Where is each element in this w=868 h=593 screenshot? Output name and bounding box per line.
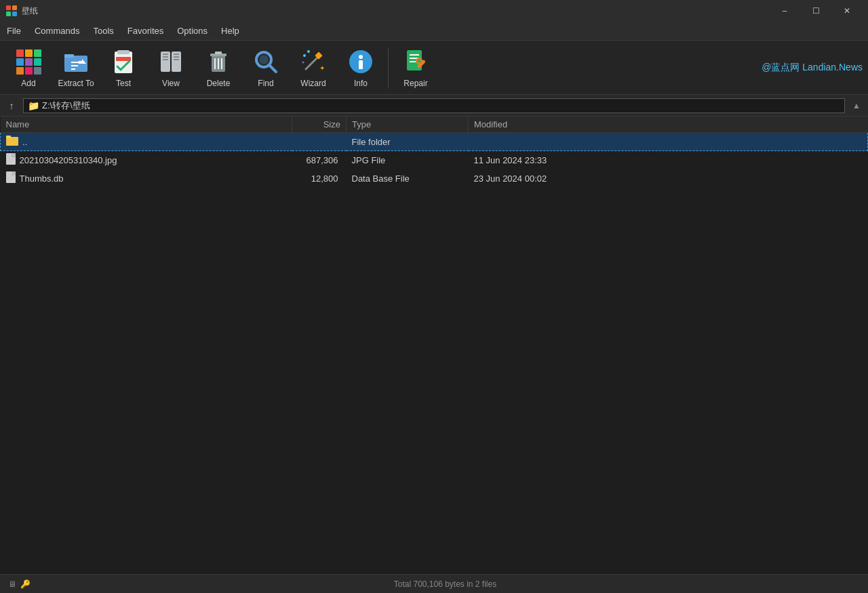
column-headers: Name Size Type Modified	[1, 117, 868, 133]
svg-rect-1	[12, 5, 17, 10]
add-label: Add	[21, 79, 35, 88]
delete-button[interactable]: Delete	[195, 44, 241, 91]
add-icon	[14, 47, 43, 76]
maximize-button[interactable]: ☐	[800, 0, 831, 22]
minimize-button[interactable]: –	[769, 0, 800, 22]
info-button[interactable]: Info	[338, 44, 384, 91]
wizard-icon: ✦	[299, 47, 328, 76]
extract-to-icon	[62, 47, 90, 76]
file-icon	[6, 171, 16, 186]
window-title: 壁纸	[22, 5, 769, 17]
svg-rect-2	[6, 12, 11, 16]
svg-rect-21	[117, 50, 130, 54]
file-size: 12,800	[292, 169, 347, 188]
svg-rect-7	[16, 58, 24, 66]
delete-icon	[204, 47, 233, 76]
key-icon: 🔑	[20, 579, 31, 589]
table-row[interactable]: 20210304205310340.jpg687,306JPG File11 J…	[1, 151, 868, 170]
file-name: ..	[22, 137, 27, 147]
col-header-name[interactable]: Name	[1, 117, 292, 133]
table-row[interactable]: Thumbs.db12,800Data Base File23 Jun 2024…	[1, 169, 868, 188]
svg-point-47	[359, 55, 363, 59]
svg-point-42	[303, 54, 306, 57]
extract-to-label: Extract To	[58, 79, 94, 88]
path-folder-icon: 📁	[28, 100, 39, 111]
file-modified: 11 Jun 2024 23:33	[469, 151, 868, 170]
menu-item-tools[interactable]: Tools	[86, 23, 120, 39]
title-bar: 壁纸 – ☐ ✕	[0, 0, 868, 22]
svg-rect-11	[25, 67, 33, 75]
col-header-size[interactable]: Size	[292, 117, 347, 133]
wizard-button[interactable]: ✦ Wizard	[290, 44, 336, 91]
toolbar-separator	[388, 47, 389, 88]
svg-rect-63	[12, 171, 16, 176]
info-icon	[347, 47, 375, 76]
extract-to-button[interactable]: Extract To	[53, 44, 99, 91]
test-label: Test	[116, 79, 131, 88]
wizard-label: Wizard	[300, 79, 326, 88]
svg-rect-19	[79, 61, 82, 64]
menu-bar: FileCommandsToolsFavoritesOptionsHelp	[0, 22, 868, 41]
file-modified: 23 Jun 2024 00:02	[469, 169, 868, 188]
find-label: Find	[258, 79, 273, 88]
svg-rect-4	[16, 49, 24, 57]
svg-line-39	[269, 65, 276, 72]
svg-rect-25	[163, 56, 168, 58]
file-list-body: ..File folder20210304205310340.jpg687,30…	[1, 133, 868, 188]
svg-rect-28	[174, 54, 179, 55]
svg-rect-33	[215, 52, 222, 54]
svg-rect-60	[12, 153, 16, 157]
file-type: Data Base File	[347, 169, 469, 188]
test-icon	[109, 47, 138, 76]
table-row[interactable]: ..File folder	[1, 133, 868, 151]
col-header-type[interactable]: Type	[347, 117, 469, 133]
svg-line-40	[306, 57, 318, 69]
monitor-icon: 🖥	[8, 579, 16, 589]
file-list-container[interactable]: Name Size Type Modified ..File folder202…	[0, 117, 868, 574]
close-button[interactable]: ✕	[831, 0, 863, 22]
repair-button[interactable]: Repair	[393, 44, 439, 91]
folder-icon	[6, 135, 18, 148]
menu-item-options[interactable]: Options	[170, 23, 214, 39]
svg-rect-12	[34, 67, 41, 75]
menu-item-help[interactable]: Help	[214, 23, 246, 39]
svg-rect-6	[34, 49, 41, 57]
view-button[interactable]: View	[148, 44, 194, 91]
svg-rect-8	[25, 58, 33, 66]
menu-item-favorites[interactable]: Favorites	[121, 23, 170, 39]
path-box[interactable]: 📁 Z:\转存\壁纸	[23, 98, 845, 113]
menu-item-commands[interactable]: Commands	[28, 23, 86, 39]
svg-rect-5	[25, 49, 33, 57]
repair-icon	[401, 47, 430, 76]
svg-rect-57	[6, 136, 11, 138]
app-icon	[5, 5, 18, 17]
window-controls: – ☐ ✕	[769, 0, 863, 22]
svg-point-38	[259, 55, 269, 64]
test-button[interactable]: Test	[100, 44, 146, 91]
navigate-up-button[interactable]: ↑	[4, 98, 19, 113]
svg-point-43	[307, 50, 310, 53]
status-left: 🖥 🔑	[8, 579, 31, 589]
file-list-table: Name Size Type Modified ..File folder202…	[0, 117, 868, 188]
col-header-modified[interactable]: Modified	[469, 117, 868, 133]
delete-label: Delete	[207, 79, 231, 88]
toolbar: Add Extract To	[0, 41, 868, 95]
file-name: 20210304205310340.jpg	[20, 155, 117, 165]
status-text: Total 700,106 bytes in 2 files	[31, 579, 860, 589]
add-button[interactable]: Add	[5, 44, 52, 91]
find-button[interactable]: Find	[243, 44, 289, 91]
brand-text: @蓝点网 Landian.News	[762, 62, 863, 74]
menu-item-file[interactable]: File	[0, 23, 28, 39]
file-name: Thumbs.db	[20, 173, 64, 184]
svg-rect-52	[410, 61, 416, 62]
info-label: Info	[354, 79, 368, 88]
view-label: View	[162, 79, 180, 88]
status-bar: 🖥 🔑 Total 700,106 bytes in 2 files	[0, 574, 868, 593]
svg-rect-26	[163, 59, 168, 60]
svg-point-55	[418, 59, 421, 62]
file-type: JPG File	[347, 151, 469, 170]
file-size: 687,306	[292, 151, 347, 170]
file-icon	[6, 153, 16, 167]
sort-indicator[interactable]: ▲	[849, 98, 864, 113]
svg-point-44	[302, 61, 304, 63]
